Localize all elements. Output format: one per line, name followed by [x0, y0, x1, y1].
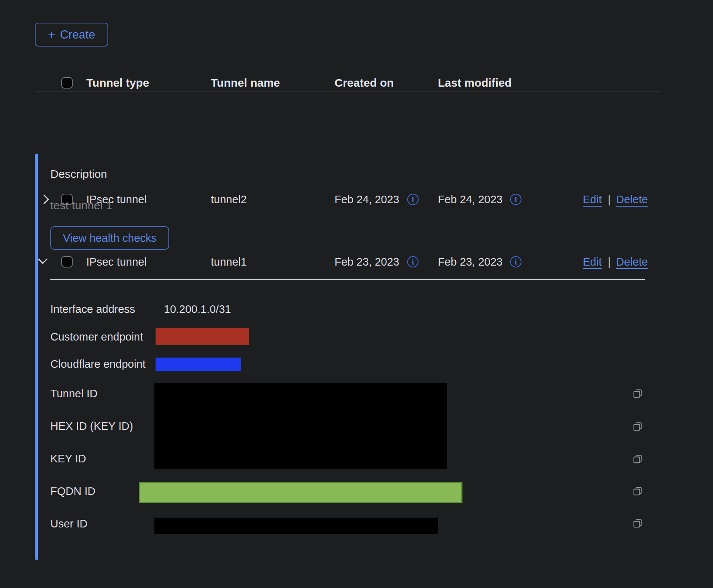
panel-divider — [50, 279, 645, 280]
customer-endpoint-redaction — [156, 328, 249, 345]
edit-link[interactable]: Edit — [583, 254, 602, 269]
key-id-label: KEY ID — [50, 451, 86, 466]
ids-redaction-block — [154, 383, 447, 469]
tunnels-page: + Create Tunnel type Tunnel name Created… — [0, 0, 713, 588]
info-glyph: i — [412, 196, 414, 204]
create-button[interactable]: + Create — [35, 23, 108, 47]
chevron-right-icon[interactable] — [39, 194, 49, 204]
delete-link[interactable]: Delete — [616, 254, 648, 269]
header-tunnel-type: Tunnel type — [86, 75, 149, 90]
tunnel-name-cell: tunnel1 — [211, 254, 247, 269]
tunnel-id-label: Tunnel ID — [50, 386, 98, 401]
tunnel-name-cell: tunnel2 — [211, 192, 247, 207]
action-separator: | — [608, 192, 611, 207]
edit-link[interactable]: Edit — [583, 192, 602, 207]
copy-icon[interactable] — [632, 421, 643, 432]
plus-icon: + — [48, 27, 56, 42]
user-id-label: User ID — [50, 516, 87, 531]
header-tunnel-name: Tunnel name — [211, 75, 280, 90]
info-icon[interactable]: i — [407, 194, 419, 205]
cloudflare-endpoint-label: Cloudflare endpoint — [50, 356, 146, 372]
description-label: Description — [50, 166, 107, 182]
row-checkbox[interactable] — [61, 256, 73, 268]
info-glyph: i — [515, 196, 517, 204]
info-icon[interactable]: i — [407, 256, 419, 268]
cloudflare-endpoint-redaction — [156, 358, 241, 371]
delete-link[interactable]: Delete — [616, 192, 648, 207]
hex-id-label: HEX ID (KEY ID) — [50, 418, 133, 434]
tunnel-type-cell: IPsec tunnel — [86, 254, 147, 269]
user-id-redaction — [154, 518, 438, 534]
fqdn-id-redaction — [139, 482, 462, 503]
created-on-cell: Feb 23, 2023 — [335, 254, 399, 269]
copy-icon[interactable] — [632, 485, 643, 497]
fqdn-id-label: FQDN ID — [50, 484, 95, 499]
table-row-tunnel1: IPsec tunnel tunnel1 Feb 23, 2023 i Feb … — [0, 123, 713, 154]
chevron-down-icon[interactable] — [38, 254, 47, 264]
info-icon[interactable]: i — [510, 194, 522, 205]
header-created-on: Created on — [335, 75, 394, 90]
action-separator: | — [608, 254, 611, 269]
copy-icon[interactable] — [632, 518, 643, 529]
view-health-checks-label: View health checks — [63, 232, 157, 244]
copy-icon[interactable] — [632, 453, 643, 465]
info-glyph: i — [412, 258, 414, 266]
interface-address-label: Interface address — [50, 302, 135, 317]
customer-endpoint-label: Customer endpoint — [50, 329, 143, 344]
view-health-checks-button[interactable]: View health checks — [50, 226, 169, 250]
copy-icon[interactable] — [632, 388, 643, 399]
created-on-cell: Feb 24, 2023 — [335, 192, 399, 207]
last-modified-cell: Feb 24, 2023 — [438, 192, 503, 207]
last-modified-cell: Feb 23, 2023 — [438, 254, 503, 269]
interface-address-value: 10.200.1.0/31 — [164, 302, 231, 317]
info-glyph: i — [515, 258, 517, 266]
create-button-label: Create — [60, 28, 95, 42]
header-last-modified: Last modified — [438, 75, 512, 90]
table-row-tunnel2: IPsec tunnel tunnel2 Feb 24, 2023 i Feb … — [0, 92, 713, 123]
panel-bottom-divider — [35, 560, 661, 560]
select-all-checkbox[interactable] — [61, 77, 73, 89]
info-icon[interactable]: i — [510, 256, 522, 268]
description-value: test tunnel 1 — [50, 198, 112, 213]
expanded-row-accent-bar — [35, 154, 38, 560]
